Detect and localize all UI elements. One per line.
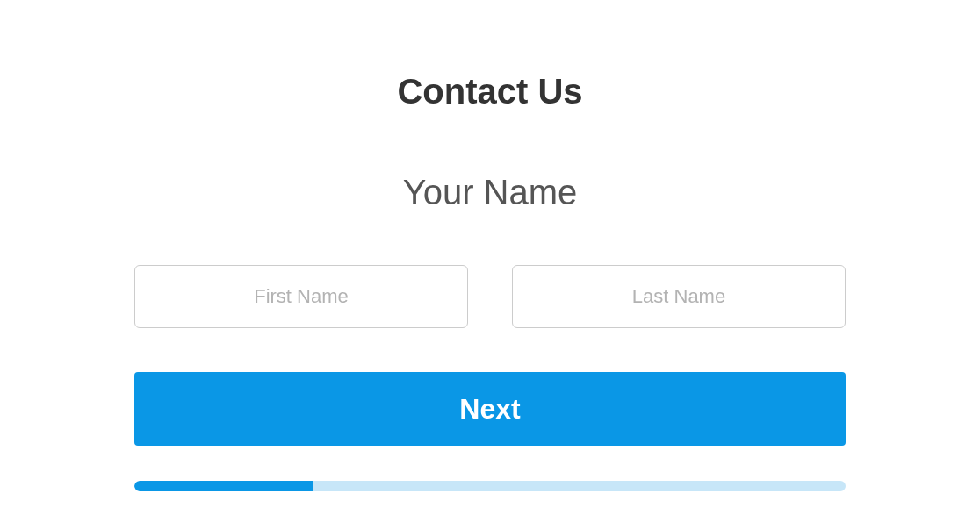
progress-bar	[134, 481, 846, 491]
name-input-row	[134, 265, 846, 328]
section-label: Your Name	[134, 173, 846, 212]
next-button[interactable]: Next	[134, 372, 846, 446]
last-name-input[interactable]	[512, 265, 846, 328]
first-name-input[interactable]	[134, 265, 468, 328]
form-title: Contact Us	[134, 72, 846, 111]
progress-bar-fill	[134, 481, 313, 491]
contact-form-container: Contact Us Your Name Next	[134, 0, 846, 491]
